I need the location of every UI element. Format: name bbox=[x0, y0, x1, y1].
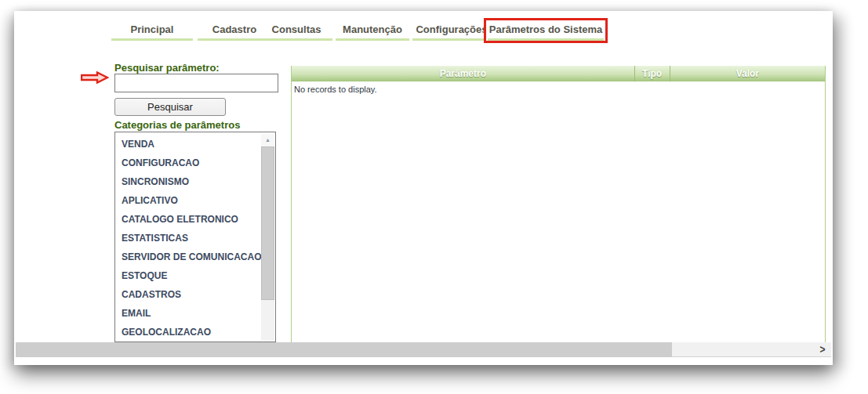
chevron-up-icon: ▲ bbox=[265, 137, 271, 143]
category-item-geolocalizacao[interactable]: GEOLOCALIZACAO bbox=[115, 323, 261, 342]
horizontal-scrollbar-thumb[interactable] bbox=[16, 342, 672, 357]
categories-list: VENDA CONFIGURACAO SINCRONISMO APLICATIV… bbox=[115, 135, 261, 342]
column-header-parametro[interactable]: Parâmetro bbox=[292, 66, 635, 81]
category-item-aplicativo[interactable]: APLICATIVO bbox=[115, 191, 261, 210]
category-item-servidor-de-comunicacao[interactable]: SERVIDOR DE COMUNICACAO bbox=[115, 248, 261, 266]
category-item-cadastros[interactable]: CADASTROS bbox=[115, 285, 261, 304]
tab-consultas[interactable]: Consultas bbox=[260, 22, 332, 41]
scroll-right-button[interactable]: > bbox=[815, 342, 830, 359]
column-header-tipo[interactable]: Tipo bbox=[635, 66, 670, 81]
scroll-up-button[interactable]: ▲ bbox=[261, 133, 274, 146]
red-arrow-icon bbox=[81, 71, 109, 84]
vertical-scrollbar-thumb[interactable] bbox=[261, 146, 274, 300]
tab-configuracoes[interactable]: Configurações bbox=[412, 22, 491, 41]
table-header-row: Parâmetro Tipo Valor bbox=[292, 66, 825, 81]
categories-label: Categorias de parâmetros bbox=[114, 119, 240, 131]
table-body: No records to display. bbox=[292, 81, 825, 97]
horizontal-scrollbar[interactable]: > bbox=[16, 342, 831, 357]
category-item-email[interactable]: EMAIL bbox=[115, 304, 261, 323]
screen: Principal Cadastro Consultas Manutenção … bbox=[0, 0, 868, 394]
tab-principal[interactable]: Principal bbox=[111, 22, 193, 41]
category-item-configuracao[interactable]: CONFIGURACAO bbox=[115, 154, 261, 172]
category-item-estoque[interactable]: ESTOQUE bbox=[115, 266, 261, 285]
tab-manutencao[interactable]: Manutenção bbox=[336, 22, 409, 41]
category-item-sincronismo[interactable]: SINCRONISMO bbox=[115, 172, 261, 191]
tab-parametros-do-sistema[interactable]: Parâmetros do Sistema bbox=[488, 22, 604, 41]
categories-listbox[interactable]: VENDA CONFIGURACAO SINCRONISMO APLICATIV… bbox=[114, 132, 276, 342]
category-item-venda[interactable]: VENDA bbox=[115, 135, 261, 154]
red-highlight-box: Parâmetros do Sistema bbox=[484, 18, 608, 43]
page-container: Principal Cadastro Consultas Manutenção … bbox=[14, 11, 833, 365]
empty-message: No records to display. bbox=[292, 81, 825, 97]
category-item-catalogo-eletronico[interactable]: CATALOGO ELETRONICO bbox=[115, 210, 261, 229]
column-header-valor[interactable]: Valor bbox=[670, 66, 825, 81]
categories-vertical-scrollbar[interactable]: ▲ bbox=[261, 133, 274, 341]
parameters-table: Parâmetro Tipo Valor No records to displ… bbox=[291, 66, 826, 342]
category-item-estatisticas[interactable]: ESTATISTICAS bbox=[115, 229, 261, 248]
search-input[interactable] bbox=[114, 74, 278, 92]
search-label: Pesquisar parâmetro: bbox=[114, 62, 220, 74]
search-button[interactable]: Pesquisar bbox=[114, 98, 226, 116]
chevron-right-icon: > bbox=[819, 343, 825, 356]
